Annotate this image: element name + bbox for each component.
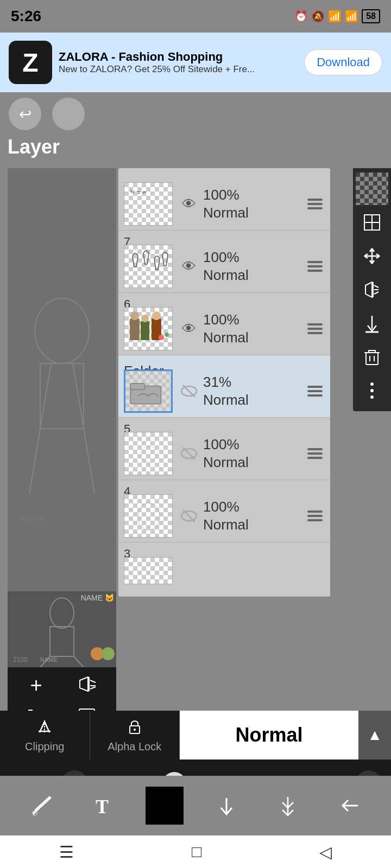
svg-rect-20 [130,318,140,340]
blend-mode-arrow[interactable]: ▲ [358,711,391,760]
canvas-thumbnail[interactable]: 2100 NAME NAME 🐱 [8,591,116,667]
flip-button[interactable] [356,273,388,306]
down-arrow-button[interactable] [207,787,245,825]
secondary-button[interactable] [52,98,85,130]
svg-point-26 [159,335,164,340]
merge-down-button[interactable] [356,307,388,340]
svg-point-68 [370,389,374,392]
blend-mode-button[interactable]: Normal [180,711,358,760]
back-icon: ↩ [19,105,31,123]
layer-visibility-eye[interactable] [178,505,200,527]
ad-title: ZALORA - Fashion Shopping [59,50,298,64]
ad-text: ZALORA - Fashion Shopping New to ZALORA?… [59,50,298,75]
layer-folder-item[interactable]: Folder 31% Normal [118,355,330,418]
flip-layer-button[interactable] [62,671,113,700]
svg-point-27 [165,333,169,337]
ad-download-button[interactable]: Download [304,49,382,75]
checker-pattern-button[interactable] [356,173,388,205]
delete-button[interactable] [356,341,388,373]
status-time: 5:26 [11,8,41,25]
back-button[interactable]: ↩ [9,98,41,130]
layer-visibility-eye[interactable] [178,443,200,464]
layer-visibility-eye[interactable]: 👁 [178,318,200,340]
move-button[interactable] [356,240,388,272]
alpha-lock-button[interactable]: Alpha Lock [90,711,180,760]
canvas-image: mateso... [8,168,116,591]
layer-menu-handle[interactable] [305,386,325,397]
layer-visibility-eye[interactable] [178,380,200,402]
wifi-icon: 📶 [328,10,342,23]
layer-info: 100% Normal [203,436,305,471]
text-tool-button[interactable]: T [84,787,122,825]
layer-folder-thumbnail [124,369,173,413]
layer-item[interactable]: 6 👁 100% [118,293,330,355]
nav-menu-button[interactable]: ☰ [59,843,74,861]
svg-rect-57 [124,558,173,584]
svg-rect-34 [130,384,144,390]
svg-text:ᠠᠴᡡ: ᠠᠴᡡ [130,188,148,195]
svg-point-67 [370,382,374,386]
svg-rect-59 [372,215,380,222]
svg-point-25 [152,311,161,320]
transform-button[interactable] [356,206,388,239]
layer-item[interactable]: ᠠᠴᡡ 👁 100% Normal [118,168,330,231]
more-options-button[interactable] [356,374,388,407]
signal-icon: 📶 [345,10,358,23]
layer-menu-handle[interactable] [305,323,325,334]
svg-text:T: T [96,796,109,818]
bottom-bar: Clipping Alpha Lock Normal ▲ [0,711,391,760]
svg-rect-0 [8,168,116,591]
svg-point-76 [102,647,115,660]
layer-menu-handle[interactable] [305,261,325,272]
brush-tool-button[interactable] [23,787,61,825]
status-icons: ⏰ 🔕 📶 📶 58 [294,9,380,23]
svg-rect-58 [364,215,372,222]
layer-item[interactable]: 3 [118,542,330,597]
svg-rect-41 [124,432,173,475]
alarm-icon: ⏰ [294,10,308,23]
canvas-background: mateso... [8,168,116,591]
nav-bar: ☰ □ ◁ [0,835,391,868]
alpha-lock-icon [125,717,144,739]
double-down-button[interactable] [269,787,307,825]
svg-point-86 [134,729,136,731]
layer-menu-handle[interactable] [305,199,325,209]
clipping-button[interactable]: Clipping [0,711,90,760]
clipping-icon [35,717,54,739]
svg-rect-64 [366,353,378,365]
layer-thumbnail: ᠠᠴᡡ [124,182,173,226]
ad-logo: Z [9,41,52,84]
top-toolbar: ↩ [0,92,391,136]
svg-text:mateso...: mateso... [18,514,50,522]
svg-point-23 [141,315,149,322]
main-toolbar: T [0,776,391,835]
mute-icon: 🔕 [311,10,325,23]
nav-home-button[interactable]: □ [192,843,201,861]
layer-info: 100% Normal [203,311,305,346]
svg-rect-14 [124,245,173,288]
layer-thumbnail [124,307,173,350]
nav-back-button[interactable]: ◁ [319,843,332,861]
layer-item[interactable]: 5 100% Normal [118,418,330,480]
color-swatch-button[interactable] [146,787,184,825]
layer-item[interactable]: 7 👁 100% Normal [118,231,330,293]
svg-text:NAME: NAME [40,656,58,663]
layer-panel-title: Layer [8,136,60,158]
back-arrow-button[interactable] [330,787,368,825]
clipping-label: Clipping [25,741,64,753]
layer-thumbnail [124,432,173,475]
svg-point-69 [370,395,374,399]
layer-visibility-eye[interactable]: 👁 [178,193,200,215]
svg-rect-61 [372,222,380,230]
svg-rect-60 [364,222,372,230]
add-layer-button[interactable]: + [11,671,61,700]
battery-icon: 58 [362,9,380,23]
layer-info: 100% Normal [203,249,305,284]
layer-thumbnail [124,557,173,584]
layer-visibility-eye[interactable]: 👁 [178,256,200,277]
layer-info: 31% Normal [203,374,305,409]
layer-item[interactable]: 4 100% Normal [118,480,330,542]
bottom-section: 2100 NAME NAME 🐱 [8,591,116,667]
layer-menu-handle[interactable] [305,510,325,521]
layer-menu-handle[interactable] [305,448,325,459]
